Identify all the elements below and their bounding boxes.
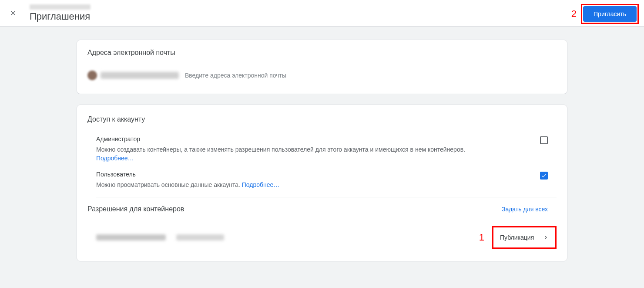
- close-icon[interactable]: [8, 8, 18, 18]
- perm-admin-checkbox[interactable]: [540, 136, 548, 144]
- account-name-blur: [30, 4, 91, 10]
- invite-button[interactable]: Пригласить: [583, 6, 637, 22]
- perm-admin-name: Администратор: [96, 136, 523, 142]
- perm-user-checkbox[interactable]: [540, 172, 548, 180]
- access-section-title: Доступ к аккаунту: [87, 115, 557, 123]
- email-input[interactable]: [185, 72, 557, 79]
- perm-user-row: Пользователь Можно просматривать основны…: [87, 171, 557, 197]
- avatar-icon: [87, 71, 97, 80]
- container-permission-label: Публикация: [500, 234, 534, 241]
- container-row: 1 Публикация: [87, 222, 557, 257]
- perm-admin-desc: Можно создавать контейнеры, а также изме…: [96, 145, 523, 163]
- perm-user-name: Пользователь: [96, 171, 523, 178]
- perm-admin-row: Администратор Можно создавать контейнеры…: [87, 136, 557, 171]
- containers-title: Разрешения для контейнеров: [87, 205, 184, 213]
- divider: [96, 197, 557, 197]
- annotation-one: 1: [479, 232, 484, 243]
- page-title: Приглашения: [30, 11, 91, 22]
- container-id-blur: [176, 234, 224, 241]
- chevron-right-icon: [542, 234, 550, 241]
- email-input-row: [87, 71, 557, 83]
- set-all-link[interactable]: Задать для всех: [502, 206, 548, 213]
- perm-user-learn-more[interactable]: Подробнее…: [242, 181, 280, 188]
- perm-admin-learn-more[interactable]: Подробнее…: [96, 155, 134, 162]
- annotation-box-invite: Пригласить: [581, 4, 639, 24]
- email-section-title: Адреса электронной почты: [87, 49, 557, 57]
- container-name-blur: [96, 234, 166, 241]
- perm-user-desc: Можно просматривать основные данные акка…: [96, 180, 523, 189]
- page-header: Приглашения 2 Пригласить: [0, 0, 644, 27]
- email-card: Адреса электронной почты: [77, 40, 567, 94]
- access-card: Доступ к аккаунту Администратор Можно со…: [77, 105, 567, 261]
- annotation-box-permission: Публикация: [492, 226, 557, 249]
- container-permission-button[interactable]: Публикация: [494, 228, 555, 247]
- email-chip-blur: [101, 72, 179, 79]
- annotation-two: 2: [571, 8, 577, 20]
